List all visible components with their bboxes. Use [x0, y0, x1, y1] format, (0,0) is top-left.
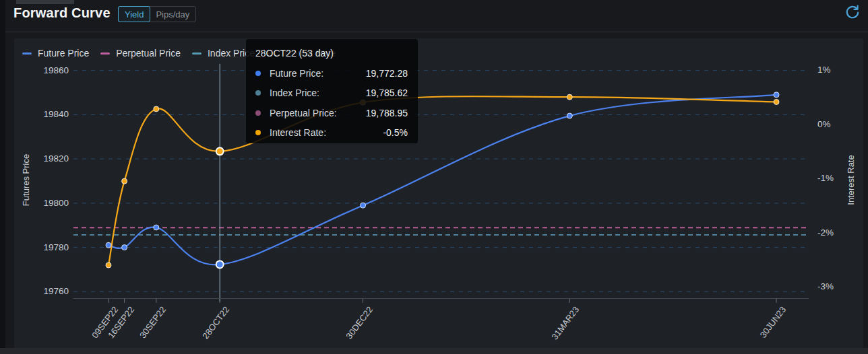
data-point-interest-rate[interactable]: [774, 99, 779, 104]
yield-pips-toggle: Yield Pips/day: [118, 6, 196, 22]
curve-interest-rate: [108, 96, 776, 265]
data-point-interest-rate[interactable]: [106, 262, 111, 268]
perpetual-price-swatch-icon: [100, 52, 110, 55]
page-title: Forward Curve: [13, 5, 111, 21]
index-price-dot-icon: [255, 90, 261, 96]
chart-tooltip: 28OCT22 (53 day) Future Price: 19,772.28…: [246, 39, 418, 143]
tooltip-title: 28OCT22 (53 day): [255, 47, 408, 59]
tooltip-row-index-price: Index Price: 19,785.62: [255, 87, 408, 100]
legend-item-future-price[interactable]: Future Price: [22, 48, 89, 59]
left-edge-strip: [0, 0, 5, 348]
header-divider: [0, 32, 868, 32]
perpetual-price-dot-icon: [255, 110, 261, 116]
tooltip-row-perpetual-price: Perpetual Price: 19,788.95: [255, 106, 408, 119]
curve-future-price: [108, 95, 776, 264]
header-bar: Forward Curve Yield Pips/day: [0, 0, 868, 32]
interest-rate-dot-icon: [255, 130, 261, 135]
data-point-interest-rate[interactable]: [567, 94, 572, 100]
tooltip-row-interest-rate: Interest Rate: -0.5%: [255, 127, 408, 139]
highlighted-point-interest-rate[interactable]: [216, 147, 224, 155]
data-point-interest-rate[interactable]: [154, 106, 159, 112]
toggle-yield-button[interactable]: Yield: [118, 6, 150, 22]
tooltip-row-future-price: Future Price: 19,772.28: [255, 67, 408, 79]
highlighted-point-future-price[interactable]: [216, 260, 224, 268]
data-point-future-price[interactable]: [774, 92, 779, 98]
forward-curve-page: Forward Curve Yield Pips/day Future Pric…: [0, 0, 868, 354]
data-point-interest-rate[interactable]: [122, 178, 127, 184]
future-price-dot-icon: [255, 71, 261, 76]
data-point-future-price[interactable]: [122, 245, 127, 250]
refresh-icon[interactable]: [843, 3, 862, 22]
index-price-swatch-icon: [192, 52, 202, 55]
data-point-future-price[interactable]: [361, 203, 366, 208]
data-point-future-price[interactable]: [567, 113, 572, 118]
data-point-future-price[interactable]: [106, 242, 111, 248]
toggle-pips-day-button[interactable]: Pips/day: [150, 7, 195, 22]
bottom-band: [0, 348, 868, 354]
data-point-future-price[interactable]: [154, 225, 159, 230]
legend-item-perpetual-price[interactable]: Perpetual Price: [100, 48, 181, 59]
future-price-swatch-icon: [22, 52, 32, 55]
